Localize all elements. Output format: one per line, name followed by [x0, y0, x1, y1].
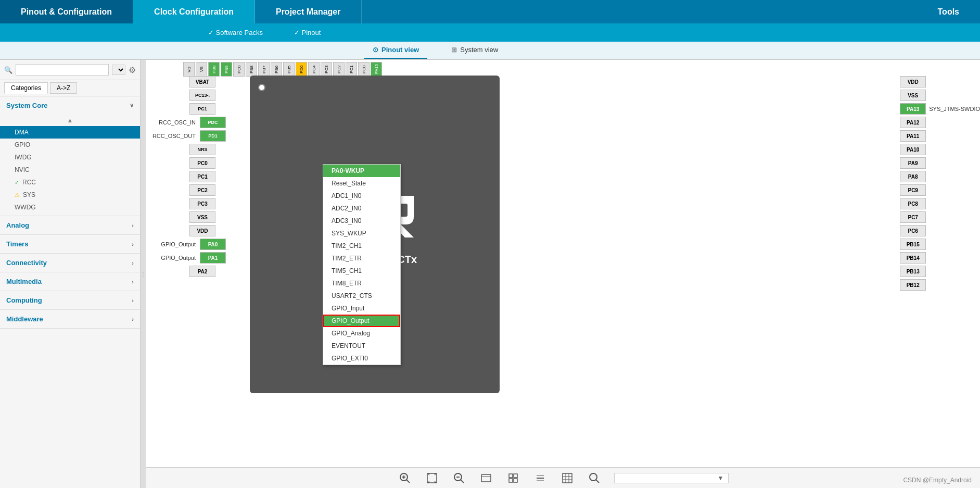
component-search-input[interactable] [619, 474, 718, 482]
zoom-out-btn[interactable] [452, 471, 466, 485]
sidebar-item-nvic[interactable]: NVIC [0, 164, 140, 176]
context-menu-item-adc2[interactable]: ADC2_IN0 [323, 202, 400, 215]
context-menu-item-reset[interactable]: Reset_State [323, 177, 400, 190]
pin-top-pb8b[interactable]: PB8 [246, 62, 257, 77]
software-packs-btn[interactable]: ✓ Software Packs [208, 29, 263, 36]
nav-pinout[interactable]: Pinout & Configuration [0, 0, 133, 23]
separator-btn[interactable] [533, 471, 548, 485]
pin-pdc[interactable]: PDC [200, 117, 226, 128]
pin-top-pc0[interactable]: PC0 [358, 62, 370, 77]
section-timers-header[interactable]: Timers › [0, 235, 140, 253]
context-menu-item-gpio-analog[interactable]: GPIO_Analog [323, 327, 400, 340]
grid-btn[interactable] [560, 471, 575, 485]
sidebar-item-rcc[interactable]: ✓ RCC [0, 176, 140, 189]
pin-pa9[interactable]: PA9 [900, 157, 926, 169]
pin-pa13[interactable]: PA13 [900, 103, 926, 115]
pin-pa2[interactable]: PA2 [189, 266, 215, 277]
pin-pc9[interactable]: PC9 [900, 184, 926, 196]
pin-pa1[interactable]: PA1 [200, 252, 226, 264]
search-component-btn[interactable] [587, 471, 602, 485]
settings-icon[interactable]: ⚙ [129, 65, 136, 75]
pin-pa0[interactable]: PA0 [200, 239, 226, 250]
zoom-in-btn[interactable] [398, 471, 412, 485]
pin-pc6[interactable]: PC6 [900, 225, 926, 236]
pan-btn[interactable] [479, 471, 493, 485]
pin-vdd[interactable]: VDD [189, 225, 215, 236]
context-menu-item-tim2-etr[interactable]: TIM2_ETR [323, 252, 400, 265]
pin-top-pc4[interactable]: PC4 [308, 62, 320, 77]
context-menu-item-pa0-wkup[interactable]: PA0-WKUP [323, 165, 400, 177]
context-menu-item-adc3[interactable]: ADC3_IN0 [323, 215, 400, 227]
context-menu-item-sys-wkup[interactable]: SYS_WKUP [323, 227, 400, 240]
pin-pb15[interactable]: PB15 [900, 239, 926, 250]
section-multimedia-header[interactable]: Multimedia › [0, 272, 140, 291]
pin-top-pa15[interactable]: PA15 [371, 62, 382, 77]
scroll-up-btn[interactable]: ▲ [0, 115, 140, 126]
pin-pc8[interactable]: PC8 [900, 198, 926, 209]
pin-pd1[interactable]: PD1 [200, 130, 226, 142]
nav-clock[interactable]: Clock Configuration [133, 0, 255, 23]
pin-pa8[interactable]: PA8 [900, 171, 926, 182]
context-menu-item-gpio-exti0[interactable]: GPIO_EXTI0 [323, 352, 400, 365]
context-menu-item-tim8-etr[interactable]: TIM8_ETR [323, 277, 400, 290]
pin-pc2l[interactable]: PC2 [189, 184, 215, 196]
pin-vss[interactable]: VSS [189, 211, 215, 223]
search-box-chevron[interactable]: ▼ [718, 474, 724, 482]
context-menu-item-tim2-ch1[interactable]: TIM2_CH1 [323, 240, 400, 252]
context-menu-item-gpio-input[interactable]: GPIO_Input [323, 302, 400, 315]
pin-pb13[interactable]: PB13 [900, 266, 926, 277]
tab-pinout-view[interactable]: ⊙ Pinout view [364, 42, 427, 59]
sidebar-item-iwdg[interactable]: IWDG [0, 151, 140, 164]
context-menu-item-eventout[interactable]: EVENTOUT [323, 340, 400, 352]
pin-pb14[interactable]: PB14 [900, 252, 926, 264]
pin-top-vs[interactable]: VS [196, 62, 207, 77]
sidebar-item-sys[interactable]: ⚠ SYS [0, 189, 140, 201]
sidebar-item-dma[interactable]: DMA [0, 126, 140, 139]
pin-pa10[interactable]: PA10 [900, 144, 926, 155]
context-menu-item-adc1[interactable]: ADC1_IN0 [323, 190, 400, 202]
pin-pc3l[interactable]: PC3 [189, 198, 215, 209]
nav-tools[interactable]: Tools [917, 0, 980, 23]
pin-vss-r[interactable]: VSS [900, 90, 926, 101]
pin-pc13[interactable]: PC13-. [189, 90, 215, 101]
section-system-core-header[interactable]: System Core ∨ [0, 96, 140, 115]
pin-pc0l[interactable]: PC0 [189, 157, 215, 169]
pin-top-pd0[interactable]: PD0 [296, 62, 307, 77]
pin-top-pc0t[interactable]: PC0 [233, 62, 245, 77]
tab-system-view[interactable]: ⊞ System view [443, 42, 506, 59]
pin-pa11[interactable]: PA11 [900, 130, 926, 142]
search-dropdown[interactable] [112, 65, 125, 75]
pin-top-pb9[interactable]: PB9 [221, 62, 232, 77]
pin-vbat[interactable]: VBAT [189, 76, 215, 87]
tab-categories[interactable]: Categories [4, 82, 48, 94]
pin-top-vd[interactable]: VD [183, 62, 195, 77]
pin-vdd-r[interactable]: VDD [900, 76, 926, 87]
section-middleware-header[interactable]: Middleware › [0, 310, 140, 328]
section-computing-header[interactable]: Computing › [0, 291, 140, 309]
section-analog-header[interactable]: Analog › [0, 216, 140, 234]
pin-pa12[interactable]: PA12 [900, 117, 926, 128]
sidebar-item-wwdg[interactable]: WWDG [0, 201, 140, 214]
pin-top-pb5[interactable]: PB5 [283, 62, 295, 77]
pin-top-pb7[interactable]: PB7 [258, 62, 270, 77]
pin-nrs[interactable]: NRS [189, 144, 215, 155]
pin-pc7[interactable]: PC7 [900, 211, 926, 223]
pin-pb12[interactable]: PB12 [900, 279, 926, 291]
context-menu-item-usart2[interactable]: USART2_CTS [323, 290, 400, 302]
select-btn[interactable] [506, 471, 520, 485]
sidebar-item-gpio[interactable]: GPIO [0, 139, 140, 151]
pin-top-pc3[interactable]: PC3 [321, 62, 332, 77]
search-input[interactable] [16, 64, 109, 76]
pin-pc1l[interactable]: PC1 [189, 171, 215, 182]
pin-pc14[interactable]: PC1 [189, 103, 215, 115]
pin-top-pb8[interactable]: PB8 [208, 62, 220, 77]
pin-top-pc2[interactable]: PC2 [333, 62, 345, 77]
nav-project[interactable]: Project Manager [255, 0, 362, 23]
tab-a-z[interactable]: A->Z [50, 82, 77, 94]
context-menu-item-tim5-ch1[interactable]: TIM5_CH1 [323, 265, 400, 277]
pinout-btn[interactable]: ✓ Pinout [294, 29, 321, 36]
pin-top-pb6[interactable]: PB6 [271, 62, 282, 77]
section-connectivity-header[interactable]: Connectivity › [0, 254, 140, 272]
context-menu-item-gpio-output[interactable]: GPIO_Output [323, 315, 400, 327]
pin-top-pc1[interactable]: PC1 [346, 62, 357, 77]
